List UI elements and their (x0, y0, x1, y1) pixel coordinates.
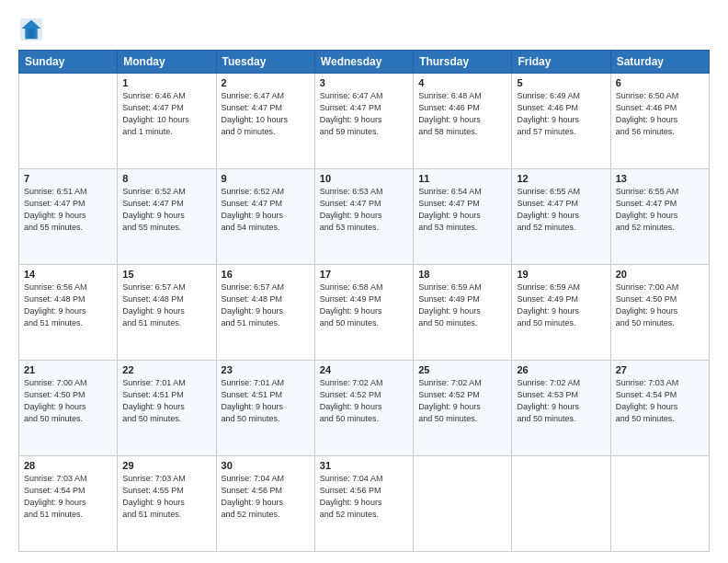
day-info: Sunrise: 7:01 AMSunset: 4:51 PMDaylight:… (222, 377, 310, 425)
calendar-cell: 28Sunrise: 7:03 AMSunset: 4:54 PMDayligh… (19, 456, 118, 552)
week-row-4: 21Sunrise: 7:00 AMSunset: 4:50 PMDayligh… (19, 361, 710, 456)
calendar-cell: 20Sunrise: 7:00 AMSunset: 4:50 PMDayligh… (610, 265, 709, 361)
day-info: Sunrise: 7:02 AMSunset: 4:52 PMDaylight:… (418, 377, 506, 425)
day-info: Sunrise: 6:46 AMSunset: 4:47 PMDaylight:… (122, 90, 210, 138)
week-row-1: 1Sunrise: 6:46 AMSunset: 4:47 PMDaylight… (19, 74, 710, 169)
calendar-cell: 11Sunrise: 6:54 AMSunset: 4:47 PMDayligh… (414, 169, 512, 265)
day-number: 2 (222, 77, 310, 88)
day-number: 21 (24, 364, 112, 375)
day-number: 19 (517, 269, 605, 280)
day-info: Sunrise: 6:49 AMSunset: 4:46 PMDaylight:… (517, 90, 605, 138)
weekday-header-sunday: Sunday (19, 51, 118, 74)
calendar-cell: 10Sunrise: 6:53 AMSunset: 4:47 PMDayligh… (314, 169, 413, 265)
day-number: 15 (122, 269, 210, 280)
logo (18, 17, 48, 42)
page: SundayMondayTuesdayWednesdayThursdayFrid… (0, 0, 728, 563)
day-number: 9 (222, 173, 310, 184)
day-number: 29 (122, 460, 210, 471)
calendar-cell: 25Sunrise: 7:02 AMSunset: 4:52 PMDayligh… (414, 361, 512, 456)
day-info: Sunrise: 7:03 AMSunset: 4:54 PMDaylight:… (24, 473, 112, 521)
calendar-cell: 22Sunrise: 7:01 AMSunset: 4:51 PMDayligh… (118, 361, 216, 456)
calendar-cell: 16Sunrise: 6:57 AMSunset: 4:48 PMDayligh… (216, 265, 314, 361)
week-row-2: 7Sunrise: 6:51 AMSunset: 4:47 PMDaylight… (19, 169, 710, 265)
day-info: Sunrise: 6:48 AMSunset: 4:46 PMDaylight:… (418, 90, 506, 138)
day-number: 31 (320, 460, 408, 471)
day-info: Sunrise: 6:52 AMSunset: 4:47 PMDaylight:… (122, 186, 210, 234)
day-info: Sunrise: 6:56 AMSunset: 4:48 PMDaylight:… (24, 282, 112, 329)
day-info: Sunrise: 6:55 AMSunset: 4:47 PMDaylight:… (616, 186, 704, 234)
day-info: Sunrise: 6:58 AMSunset: 4:49 PMDaylight:… (320, 282, 408, 329)
day-info: Sunrise: 6:59 AMSunset: 4:49 PMDaylight:… (418, 282, 506, 329)
calendar-cell: 3Sunrise: 6:47 AMSunset: 4:47 PMDaylight… (314, 74, 413, 169)
calendar-cell: 4Sunrise: 6:48 AMSunset: 4:46 PMDaylight… (414, 74, 512, 169)
day-number: 11 (418, 173, 506, 184)
day-info: Sunrise: 7:00 AMSunset: 4:50 PMDaylight:… (616, 282, 704, 329)
calendar-cell: 14Sunrise: 6:56 AMSunset: 4:48 PMDayligh… (19, 265, 118, 361)
day-number: 12 (517, 173, 605, 184)
day-number: 26 (517, 364, 605, 375)
day-number: 27 (616, 364, 704, 375)
day-info: Sunrise: 7:04 AMSunset: 4:56 PMDaylight:… (320, 473, 408, 521)
week-row-3: 14Sunrise: 6:56 AMSunset: 4:48 PMDayligh… (19, 265, 710, 361)
calendar-cell: 15Sunrise: 6:57 AMSunset: 4:48 PMDayligh… (118, 265, 216, 361)
logo-icon (18, 17, 44, 42)
day-number: 6 (616, 77, 704, 88)
calendar-cell: 7Sunrise: 6:51 AMSunset: 4:47 PMDaylight… (19, 169, 118, 265)
day-number: 23 (222, 364, 310, 375)
day-info: Sunrise: 6:53 AMSunset: 4:47 PMDaylight:… (320, 186, 408, 234)
day-info: Sunrise: 7:01 AMSunset: 4:51 PMDaylight:… (122, 377, 210, 425)
calendar-cell: 31Sunrise: 7:04 AMSunset: 4:56 PMDayligh… (314, 456, 413, 552)
day-number: 28 (24, 460, 112, 471)
weekday-header-thursday: Thursday (414, 51, 512, 74)
calendar-cell (512, 456, 610, 552)
day-info: Sunrise: 6:47 AMSunset: 4:47 PMDaylight:… (320, 90, 408, 138)
calendar-cell: 1Sunrise: 6:46 AMSunset: 4:47 PMDaylight… (118, 74, 216, 169)
calendar-cell: 5Sunrise: 6:49 AMSunset: 4:46 PMDaylight… (512, 74, 610, 169)
day-number: 24 (320, 364, 408, 375)
calendar-cell: 21Sunrise: 7:00 AMSunset: 4:50 PMDayligh… (19, 361, 118, 456)
day-number: 30 (222, 460, 310, 471)
weekday-header-saturday: Saturday (610, 51, 709, 74)
day-number: 17 (320, 269, 408, 280)
calendar-cell: 26Sunrise: 7:02 AMSunset: 4:53 PMDayligh… (512, 361, 610, 456)
calendar-table: SundayMondayTuesdayWednesdayThursdayFrid… (18, 50, 710, 552)
calendar-cell (610, 456, 709, 552)
weekday-header-friday: Friday (512, 51, 610, 74)
day-number: 20 (616, 269, 704, 280)
day-number: 13 (616, 173, 704, 184)
calendar-cell: 27Sunrise: 7:03 AMSunset: 4:54 PMDayligh… (610, 361, 709, 456)
day-info: Sunrise: 6:59 AMSunset: 4:49 PMDaylight:… (517, 282, 605, 329)
weekday-header-monday: Monday (118, 51, 216, 74)
calendar-cell: 6Sunrise: 6:50 AMSunset: 4:46 PMDaylight… (610, 74, 709, 169)
day-info: Sunrise: 7:03 AMSunset: 4:55 PMDaylight:… (122, 473, 210, 521)
day-info: Sunrise: 6:55 AMSunset: 4:47 PMDaylight:… (517, 186, 605, 234)
day-info: Sunrise: 7:04 AMSunset: 4:56 PMDaylight:… (222, 473, 310, 521)
day-number: 5 (517, 77, 605, 88)
weekday-header-row: SundayMondayTuesdayWednesdayThursdayFrid… (19, 51, 710, 74)
calendar-cell: 18Sunrise: 6:59 AMSunset: 4:49 PMDayligh… (414, 265, 512, 361)
day-number: 8 (122, 173, 210, 184)
calendar-cell: 12Sunrise: 6:55 AMSunset: 4:47 PMDayligh… (512, 169, 610, 265)
calendar-cell: 30Sunrise: 7:04 AMSunset: 4:56 PMDayligh… (216, 456, 314, 552)
day-info: Sunrise: 7:02 AMSunset: 4:52 PMDaylight:… (320, 377, 408, 425)
calendar-cell (19, 74, 118, 169)
weekday-header-wednesday: Wednesday (314, 51, 413, 74)
day-number: 1 (122, 77, 210, 88)
day-number: 25 (418, 364, 506, 375)
day-number: 4 (418, 77, 506, 88)
calendar-cell: 8Sunrise: 6:52 AMSunset: 4:47 PMDaylight… (118, 169, 216, 265)
calendar-cell: 23Sunrise: 7:01 AMSunset: 4:51 PMDayligh… (216, 361, 314, 456)
calendar-cell: 2Sunrise: 6:47 AMSunset: 4:47 PMDaylight… (216, 74, 314, 169)
day-info: Sunrise: 6:52 AMSunset: 4:47 PMDaylight:… (222, 186, 310, 234)
week-row-5: 28Sunrise: 7:03 AMSunset: 4:54 PMDayligh… (19, 456, 710, 552)
day-info: Sunrise: 6:47 AMSunset: 4:47 PMDaylight:… (222, 90, 310, 138)
day-number: 16 (222, 269, 310, 280)
day-number: 10 (320, 173, 408, 184)
calendar-cell: 19Sunrise: 6:59 AMSunset: 4:49 PMDayligh… (512, 265, 610, 361)
day-info: Sunrise: 7:02 AMSunset: 4:53 PMDaylight:… (517, 377, 605, 425)
day-info: Sunrise: 7:03 AMSunset: 4:54 PMDaylight:… (616, 377, 704, 425)
day-info: Sunrise: 6:54 AMSunset: 4:47 PMDaylight:… (418, 186, 506, 234)
calendar-cell: 17Sunrise: 6:58 AMSunset: 4:49 PMDayligh… (314, 265, 413, 361)
day-number: 14 (24, 269, 112, 280)
day-number: 3 (320, 77, 408, 88)
